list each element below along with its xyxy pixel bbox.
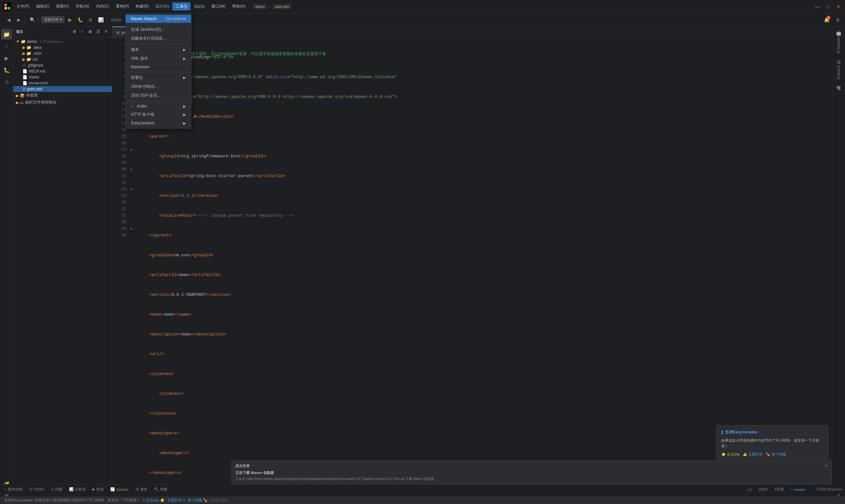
menu-create-cmdline[interactable]: 创建命令行启动器... bbox=[126, 34, 191, 43]
menu-maven-search[interactable]: Maven Search Ctrl+Shift+M bbox=[126, 15, 191, 23]
tree-helpmd[interactable]: 📄 HELP.md bbox=[13, 68, 112, 74]
status-statistic[interactable]: 📈 Statistic bbox=[108, 487, 131, 492]
status-todo[interactable]: ☑ TODO bbox=[27, 487, 46, 492]
tree-idea[interactable]: ▶ 📁 .idea bbox=[13, 44, 112, 51]
panel-gear-icon[interactable]: ⚙ bbox=[71, 29, 77, 35]
panel-filter-icon[interactable]: ⊞ bbox=[87, 29, 93, 35]
notification-rate-link[interactable]: 五星好评 // bbox=[168, 498, 185, 503]
menu-build[interactable]: 构建(B) bbox=[133, 2, 152, 11]
tree-mvn[interactable]: ▶ 📁 .mvn bbox=[13, 51, 112, 56]
coverage-btn[interactable]: 📊 bbox=[96, 15, 105, 24]
current-file-dropdown[interactable]: 当前文件 ▾ bbox=[41, 16, 64, 23]
maximize-btn[interactable]: □ bbox=[824, 3, 832, 11]
tree-external-libs[interactable]: ▶ 📦 外部库 bbox=[13, 92, 112, 99]
status-build[interactable]: 🔨 构建 bbox=[152, 486, 169, 492]
status-position[interactable]: 1:1 bbox=[745, 487, 754, 492]
tree-gitignore[interactable]: ⊙ .gitignore bbox=[13, 62, 112, 68]
debug-btn[interactable]: 🐛 bbox=[75, 15, 85, 24]
status-analysis[interactable]: 📊 分析器 bbox=[67, 486, 88, 492]
search-everywhere-btn[interactable]: 🔍 bbox=[28, 15, 37, 24]
sidebar-run-icon[interactable]: ▶ bbox=[1, 53, 12, 63]
menu-jshell[interactable]: JShell 控制台... bbox=[126, 82, 191, 91]
sidebar-ai-assistant[interactable]: 🤖 AI Assistant bbox=[833, 28, 845, 56]
tree-src[interactable]: ▶ 📁 src bbox=[13, 56, 112, 62]
status-problems[interactable]: ⚠ 问题 bbox=[49, 486, 64, 492]
status-encoding[interactable]: CRLF bbox=[757, 487, 770, 492]
menu-ssh[interactable]: 启动 SSH 会话... bbox=[126, 91, 191, 100]
notification-donate-link[interactable]: 加个鸡腿 🍗 bbox=[188, 498, 208, 503]
status-vcs[interactable]: ↑ 版本控制 bbox=[3, 486, 24, 492]
status-service[interactable]: ⚙ 服务 bbox=[134, 486, 149, 492]
menu-kotlin[interactable]: ✓ Kotlin ▶ bbox=[126, 102, 191, 110]
back-btn[interactable]: ◀ bbox=[4, 15, 13, 24]
fold-17[interactable]: ▼ bbox=[129, 146, 135, 153]
toolbar-search: 🔍 bbox=[27, 15, 39, 24]
menu-run[interactable]: 运行(U) bbox=[152, 2, 172, 11]
title-bar-right: — □ ✕ bbox=[813, 3, 842, 11]
mvnw-label: mvnw bbox=[29, 75, 39, 79]
status-spaces[interactable]: 4空格 bbox=[773, 486, 786, 492]
easyjavadoc-arrow: ▶ bbox=[183, 121, 186, 125]
panel-layout-icon[interactable]: ≡ bbox=[79, 29, 86, 35]
menu-code[interactable]: 代码(C) bbox=[92, 2, 112, 11]
tasks-header: 后台任务 ✕ bbox=[235, 464, 828, 468]
tasks-close-btn[interactable]: ✕ bbox=[825, 464, 828, 468]
minimize-btn[interactable]: — bbox=[813, 3, 821, 11]
popup-rate-link[interactable]: 👍 五星好评 bbox=[743, 452, 763, 457]
menu-services[interactable]: 服务 ▶ bbox=[126, 45, 191, 54]
menu-divider-4 bbox=[126, 101, 191, 101]
status-branch[interactable]: ⑃ master bbox=[789, 487, 807, 492]
tree-temp[interactable]: ▶ 🗂 临时文件和控制台 bbox=[13, 99, 112, 106]
run-btn[interactable]: ▶ bbox=[65, 15, 75, 24]
menu-help[interactable]: 帮助(H) bbox=[229, 2, 249, 11]
menu-tools[interactable]: 工具(I) bbox=[172, 2, 191, 11]
notification-star-link[interactable]: // 去点star ⭐ bbox=[143, 498, 165, 503]
menu-deploy[interactable]: 部署(I) ▶ bbox=[126, 73, 191, 82]
notification-time: (片刻之前) bbox=[210, 498, 227, 503]
fold-23[interactable]: ▼ bbox=[129, 186, 135, 193]
todo-icon: ☑ bbox=[29, 487, 32, 491]
left-icon-bar: 📁 ⑃ ▶ 🐛 ⚠ 🧩 ⚙ bbox=[0, 26, 13, 504]
mvn-folder-icon: ▶ 📁 bbox=[22, 51, 31, 56]
panel-close-icon[interactable]: ✕ bbox=[103, 29, 109, 35]
app-logo bbox=[3, 2, 12, 11]
status-terminal[interactable]: ▶ 终端 bbox=[90, 486, 106, 492]
settings-btn[interactable]: ⚙ bbox=[833, 15, 842, 24]
notification-btn[interactable]: 🔔 1 bbox=[822, 15, 831, 24]
forward-btn[interactable]: ▶ bbox=[14, 15, 23, 24]
sidebar-jclasslib[interactable]: ⊞ JClassLib bbox=[833, 57, 845, 82]
fold-20[interactable]: ▼ bbox=[129, 166, 135, 173]
fold-29[interactable]: ▼ bbox=[129, 226, 135, 232]
run-config-btn[interactable]: ⚙ bbox=[86, 15, 95, 24]
tree-mvnw[interactable]: 📄 mvnw bbox=[13, 74, 112, 80]
menu-markdown[interactable]: Markdown bbox=[126, 63, 191, 71]
popup-donate-link[interactable]: 🍗 加个鸡腿 bbox=[765, 452, 786, 457]
sidebar-project-icon[interactable]: 📁 bbox=[1, 29, 12, 40]
menu-edit[interactable]: 编辑(E) bbox=[33, 2, 52, 11]
popup-content: 如果这款小而美的插件为您节约了不少时间，请支持一下开发者！ bbox=[721, 438, 824, 449]
menu-view[interactable]: 视图(V) bbox=[52, 2, 72, 11]
menu-file[interactable]: 文件(F) bbox=[13, 2, 33, 11]
sidebar-structure[interactable]: 🏗 结构 bbox=[833, 83, 845, 94]
menu-git[interactable]: Git(G) bbox=[191, 3, 208, 10]
popup-star-link[interactable]: ⭐ 去点star bbox=[721, 452, 740, 457]
tree-pomxml[interactable]: ⊠ pom.xml bbox=[13, 86, 112, 92]
sidebar-problems-icon[interactable]: ⚠ bbox=[1, 76, 12, 87]
close-btn[interactable]: ✕ bbox=[834, 3, 842, 11]
menu-refactor[interactable]: 重构(R) bbox=[112, 2, 133, 11]
menu-window[interactable]: 窗口(W) bbox=[208, 2, 229, 11]
project-panel-header: 项目 ⚙ ≡ ⊞ ☰ ✕ bbox=[13, 26, 112, 37]
menu-easyjavadoc[interactable]: EasyJavadoc ▶ bbox=[126, 119, 191, 127]
sidebar-debug-icon[interactable]: 🐛 bbox=[1, 65, 12, 75]
status-csdn: CSDN @xunznux bbox=[816, 487, 842, 491]
tree-root[interactable]: ▼ 📁 demo E:\Code\demo bbox=[13, 39, 112, 44]
problems-label: 问题 bbox=[55, 487, 63, 492]
tree-mvnwcmd[interactable]: 📄 mvnw.cmd bbox=[13, 80, 112, 86]
menu-xml-ops[interactable]: XML 操作 ▶ bbox=[126, 54, 191, 63]
menu-navigate[interactable]: 导航(N) bbox=[72, 2, 92, 11]
mvnw-icon: 📄 bbox=[22, 75, 28, 79]
menu-generate-javadoc[interactable]: 生成 JavaDoc(D)... bbox=[126, 25, 191, 34]
panel-settings-icon[interactable]: ☰ bbox=[95, 29, 101, 35]
menu-http-client[interactable]: HTTP 客户端 ▶ bbox=[126, 110, 191, 119]
sidebar-commit-icon[interactable]: ⑃ bbox=[1, 41, 12, 52]
